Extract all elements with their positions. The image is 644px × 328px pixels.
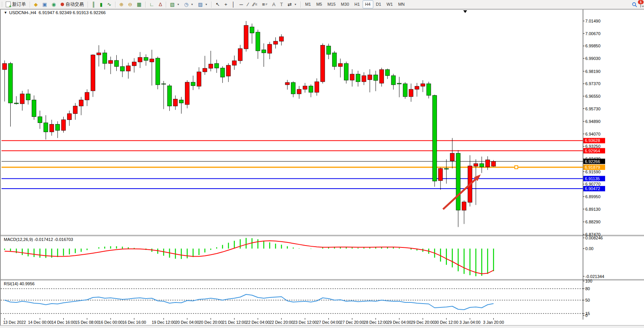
timeframe-button-d1[interactable]: D1 [373, 0, 384, 8]
chevron-down-icon[interactable]: ▼ [177, 1, 180, 8]
horizontal-line-icon: ─ [239, 2, 243, 7]
candle-body [132, 62, 136, 66]
candle-body [197, 72, 201, 86]
candle-body [462, 202, 466, 210]
timeframe-button-m15[interactable]: M15 [325, 0, 338, 8]
time-tick-label: 29 Dec 04:00 [387, 320, 411, 325]
channel-button[interactable]: ∕∕E [251, 0, 260, 8]
candlestick-chart-button[interactable]: ▮ [98, 0, 104, 8]
time-tick-label: 30 Dec 12:00 [435, 320, 459, 325]
candle-body [344, 63, 348, 80]
horizontal-line-button[interactable]: ─ [238, 0, 245, 8]
new-order-button[interactable]: +新订单 [4, 0, 28, 8]
candle-body [167, 86, 172, 106]
rsi-label: RSI(14) 40.9956 [4, 281, 35, 286]
candle-body [114, 60, 119, 66]
autotrading-button[interactable]: 自动交易 [59, 0, 86, 8]
candle-body [491, 162, 496, 166]
toolbar-separator [166, 2, 166, 8]
zoom-out-button[interactable]: ⊖ [126, 0, 134, 8]
metaeditor-button[interactable]: ▣ [40, 0, 49, 8]
search-icon[interactable] [632, 2, 637, 7]
time-tick-label: 29 Dec 20:00 [411, 320, 435, 325]
vertical-line-button[interactable]: │ [230, 0, 237, 8]
candle-body [162, 84, 166, 84]
time-tick-label: 3 Jan 04:00 [459, 320, 480, 325]
arrows-button[interactable]: ⇄▼ [286, 0, 299, 8]
timeframe-button-m1[interactable]: M1 [302, 0, 313, 8]
main-toolbar: +新订单◆▣◉自动交易║▮∿⊕⊖▦∟∆▧▼◷▼▨▼↖+│─∕∕∕E≡FAT⇄▼ … [0, 0, 644, 9]
text-icon: A [272, 2, 276, 7]
toolbar-drag-handle[interactable] [1, 2, 3, 8]
indicators-button[interactable]: ∟ [148, 0, 156, 8]
candle-body [97, 53, 101, 55]
timeframe-button-h4[interactable]: H4 [363, 0, 373, 8]
zoom-in-icon: ⊕ [119, 2, 124, 7]
price-tick-label: 6.89130 [585, 207, 601, 212]
candle-body [374, 75, 378, 81]
crosshair-icon: + [224, 2, 227, 7]
candle-body [356, 74, 360, 82]
notifications-icon[interactable]: 1 [640, 2, 641, 7]
timeframe-button-mn[interactable]: MN [395, 0, 407, 8]
fibonacci-button[interactable]: ≡F [260, 0, 269, 8]
chart-shift-marker[interactable] [463, 10, 467, 13]
timeframe-button-m5[interactable]: M5 [313, 0, 324, 8]
candle-body [368, 75, 372, 80]
rsi-axis-label: 0 [585, 313, 588, 318]
tile-windows-button[interactable]: ▦ [135, 0, 143, 8]
candle-body [56, 124, 60, 131]
time-tick-label: 3 Jan 20:00 [483, 320, 504, 325]
autotrading-icon [61, 3, 64, 6]
chart-canvas[interactable]: 7.014907.006706.998506.990306.981906.973… [1, 10, 644, 326]
history-center-button[interactable]: ◆ [32, 0, 40, 8]
crosshair-button[interactable]: + [222, 0, 229, 8]
candle-body [409, 89, 413, 97]
candle-body [138, 57, 142, 62]
new-order-icon: + [6, 2, 11, 7]
fibonacci-icon: ≡ [262, 2, 265, 7]
candle-body [8, 63, 13, 103]
chart-title: USDCNH-,H4 6.91947 6.92349 6.91913 6.922… [9, 10, 106, 15]
new-chart-button[interactable]: ▧▼ [168, 0, 181, 8]
chevron-down-icon[interactable]: ▼ [191, 1, 193, 8]
text-button[interactable]: A [270, 0, 278, 8]
timeframe-button-m30[interactable]: M30 [338, 0, 352, 8]
candle-body [450, 153, 454, 161]
time-tick-label: 27 Dec 04:00 [317, 320, 341, 325]
bar-chart-button[interactable]: ║ [90, 0, 97, 8]
macd-axis-label: 0.00 [585, 246, 593, 251]
signals-button[interactable]: ◉ [50, 0, 58, 8]
chart-window[interactable]: 7.014907.006706.998506.990306.981906.973… [0, 9, 644, 326]
zoom-in-button[interactable]: ⊕ [117, 0, 125, 8]
price-tag-label: 6.91879 [585, 165, 600, 170]
candle-body [432, 95, 437, 181]
vertical-line-icon: │ [232, 2, 235, 7]
chevron-down-icon[interactable]: ▼ [205, 1, 208, 8]
icon-sub-label: F [266, 1, 268, 8]
candlestick-icon: ▮ [100, 2, 103, 7]
text-label-button[interactable]: T [278, 0, 285, 8]
trendline-button[interactable]: ∕ [246, 0, 250, 8]
price-tick-label: 6.89950 [585, 194, 601, 199]
candle-body [14, 103, 18, 104]
line-chart-button[interactable]: ∿ [105, 0, 113, 8]
templates-button[interactable]: ▨▼ [196, 0, 209, 8]
periods-button[interactable]: ◷▼ [182, 0, 195, 8]
level-line-handle[interactable] [515, 166, 518, 169]
candle-body [191, 82, 195, 86]
cursor-button[interactable]: ↖ [214, 0, 222, 8]
candle-body [438, 168, 443, 181]
chevron-down-icon[interactable]: ▼ [294, 1, 297, 8]
indicator-window-icon: ∆ [159, 2, 162, 7]
candle-body [268, 44, 272, 53]
candle-body [226, 65, 231, 76]
time-tick-label: 22 Dec 04:00 [246, 320, 270, 325]
new-order-button-label: 新订单 [12, 1, 26, 8]
indicator-windows-button[interactable]: ∆ [157, 0, 164, 8]
one-click-trading-toggle[interactable]: ▼ [4, 11, 7, 15]
clock-icon: ◷ [184, 2, 188, 7]
timeframe-button-w1[interactable]: W1 [384, 0, 396, 8]
price-tick-label: 6.93250 [585, 144, 601, 149]
timeframe-button-h1[interactable]: H1 [352, 0, 363, 8]
